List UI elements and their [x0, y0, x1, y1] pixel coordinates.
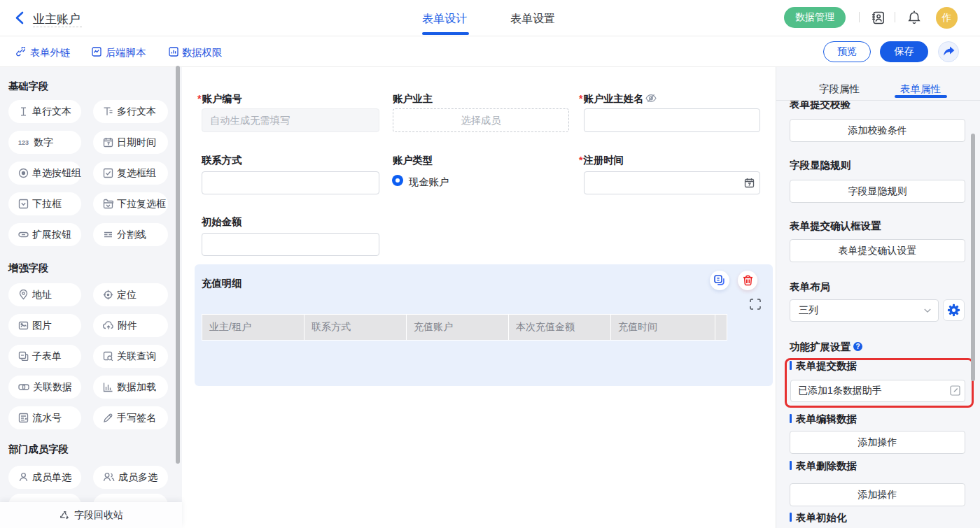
svg-text:123: 123 [18, 139, 29, 146]
